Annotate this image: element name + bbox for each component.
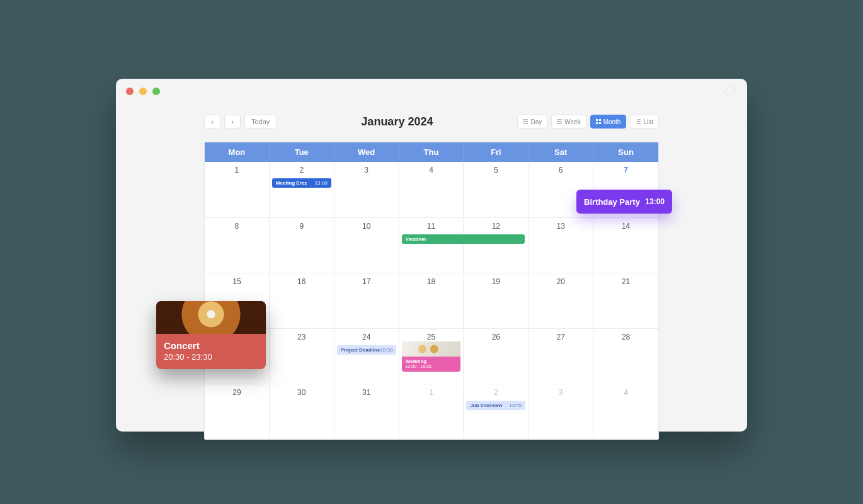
day-number: 6: [532, 166, 589, 175]
day-cell[interactable]: 1: [205, 162, 270, 217]
chevron-right-icon: ›: [231, 118, 234, 125]
event-time: 20:30 - 23:30: [164, 352, 258, 362]
event-job-interview[interactable]: Job Interview 13:45: [466, 401, 525, 410]
day-number: 31: [338, 388, 395, 397]
day-number: 2: [467, 388, 524, 397]
day-cell[interactable]: 25 Wedding 12:00 - 18:00: [399, 329, 464, 384]
event-wedding[interactable]: Wedding 12:00 - 18:00: [402, 341, 461, 372]
event-title: Wedding: [406, 358, 457, 364]
day-cell[interactable]: 21: [593, 273, 658, 328]
day-header: Tue: [270, 142, 334, 162]
chevron-left-icon: ‹: [211, 118, 214, 125]
view-list-label: List: [643, 118, 653, 125]
app-window: ‹ › Today January 2024 Day Week: [116, 79, 747, 432]
event-birthday-party[interactable]: Birthday Party 13:00: [576, 190, 672, 214]
view-week-button[interactable]: Week: [551, 115, 586, 129]
day-number: 16: [273, 277, 330, 286]
day-number: 27: [532, 333, 589, 341]
svg-rect-0: [596, 119, 598, 121]
day-number: 8: [209, 222, 265, 231]
prev-month-button[interactable]: ‹: [204, 115, 220, 129]
event-project-deadline[interactable]: Project Deadline 10:30: [337, 345, 396, 355]
day-number: 1: [403, 388, 460, 397]
day-cell[interactable]: 4: [593, 384, 658, 439]
day-number: 4: [403, 166, 460, 175]
day-cell[interactable]: 4: [399, 162, 464, 217]
day-cell[interactable]: 14: [593, 218, 658, 273]
day-cell[interactable]: 24 Project Deadline 10:30: [334, 329, 399, 384]
wedding-rings-image: [402, 341, 461, 357]
day-number: 13: [532, 222, 589, 231]
day-cell[interactable]: 8: [205, 218, 270, 273]
event-title: Vacation: [406, 236, 426, 242]
today-button[interactable]: Today: [244, 115, 277, 129]
view-day-label: Day: [530, 118, 542, 125]
view-list-button[interactable]: List: [630, 115, 659, 129]
day-number: 12: [467, 222, 524, 231]
day-cell[interactable]: 5: [464, 162, 529, 217]
week-row: 8 9 10 11 Vacation 12 13 14: [205, 217, 658, 273]
event-title: Meeting Erez: [276, 180, 307, 186]
day-number: 2: [273, 166, 330, 175]
svg-rect-3: [599, 122, 601, 124]
concert-image: [156, 301, 266, 334]
view-month-button[interactable]: Month: [590, 115, 627, 129]
day-header: Mon: [205, 142, 270, 162]
day-number: 18: [403, 277, 460, 286]
day-number: 29: [209, 388, 265, 397]
day-cell[interactable]: 31: [334, 384, 399, 439]
week-row: 22 23 24 Project Deadline 10:30 25: [205, 328, 658, 384]
day-header-row: Mon Tue Wed Thu Fri Sat Sun: [205, 142, 658, 162]
next-month-button[interactable]: ›: [224, 115, 241, 129]
event-concert[interactable]: Concert 20:30 - 23:30: [156, 301, 266, 369]
day-number: 5: [467, 166, 524, 175]
day-number: 28: [597, 333, 654, 341]
day-cell[interactable]: 9: [270, 218, 334, 273]
day-cell[interactable]: 3: [334, 162, 399, 217]
week-row: 29 30 31 1 2 Job Interview 13:45 3 4: [205, 384, 658, 439]
day-number: 3: [532, 388, 589, 397]
day-header: Thu: [399, 142, 464, 162]
day-cell[interactable]: 20: [529, 273, 593, 328]
day-cell[interactable]: 3: [529, 384, 593, 439]
day-number: 1: [209, 166, 265, 175]
day-cell[interactable]: 18: [399, 273, 464, 328]
day-cell[interactable]: 29: [205, 384, 270, 439]
day-cell[interactable]: 11 Vacation: [399, 218, 464, 273]
day-header: Wed: [334, 142, 399, 162]
day-cell[interactable]: 30: [270, 384, 334, 439]
day-cell[interactable]: 13: [529, 218, 593, 273]
day-cell[interactable]: 2 Job Interview 13:45: [464, 384, 529, 439]
window-close-button[interactable]: [126, 88, 134, 95]
day-number: 20: [532, 277, 589, 286]
view-day-button[interactable]: Day: [517, 115, 547, 129]
day-number: 7: [597, 166, 654, 175]
day-cell[interactable]: 28: [593, 329, 658, 384]
day-cell[interactable]: 27: [529, 329, 593, 384]
day-cell[interactable]: 1: [399, 384, 464, 439]
event-meeting[interactable]: Meeting Erez 13:00: [272, 178, 331, 188]
window-zoom-button[interactable]: [152, 88, 160, 95]
titlebar: [116, 79, 747, 104]
day-number: 26: [467, 333, 524, 341]
day-cell[interactable]: 10: [334, 218, 399, 273]
calendar: ‹ › Today January 2024 Day Week: [116, 104, 747, 440]
month-grid: Mon Tue Wed Thu Fri Sat Sun 1 2 Meeting …: [204, 142, 659, 440]
day-cell[interactable]: 2 Meeting Erez 13:00: [270, 162, 334, 217]
day-cell[interactable]: 16: [270, 273, 334, 328]
event-time: 13:00: [645, 197, 665, 206]
week-row: 15 16 17 18 19 20 21: [205, 273, 658, 328]
cloud-icon: [723, 86, 737, 96]
day-cell[interactable]: 23: [270, 329, 334, 384]
day-header: Sat: [529, 142, 593, 162]
calendar-title: January 2024: [277, 115, 517, 129]
today-button-label: Today: [251, 118, 270, 125]
day-cell[interactable]: 17: [334, 273, 399, 328]
day-cell[interactable]: 19: [464, 273, 529, 328]
day-number: 3: [338, 166, 395, 175]
day-header: Fri: [464, 142, 529, 162]
day-cell[interactable]: 26: [464, 329, 529, 384]
day-header: Sun: [593, 142, 658, 162]
window-minimize-button[interactable]: [139, 88, 147, 95]
day-cell[interactable]: 12: [464, 218, 529, 273]
